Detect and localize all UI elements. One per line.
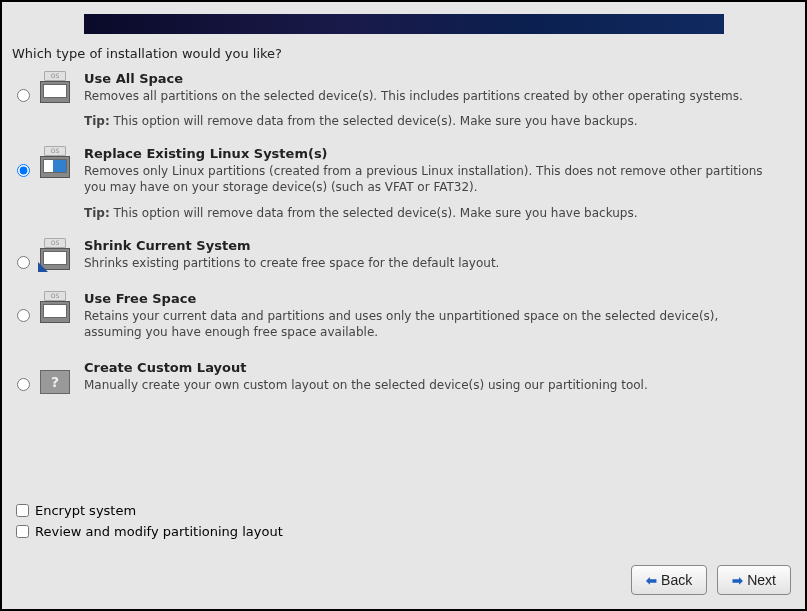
arrow-right-icon: ➡ xyxy=(732,573,743,588)
option-title: Shrink Current System xyxy=(84,238,771,253)
option-title: Replace Existing Linux System(s) xyxy=(84,146,771,161)
disk-icon: OS xyxy=(40,293,70,323)
radio-custom[interactable] xyxy=(17,378,30,391)
header-banner xyxy=(84,14,724,34)
option-replace-existing[interactable]: OS Replace Existing Linux System(s) Remo… xyxy=(16,146,791,219)
option-desc: Manually create your own custom layout o… xyxy=(84,377,771,393)
checkbox-group: Encrypt system Review and modify partiti… xyxy=(16,503,283,545)
back-label: Back xyxy=(661,572,692,588)
disk-shrink-icon: OS xyxy=(40,240,70,270)
radio-shrink[interactable] xyxy=(17,256,30,269)
radio-use-free[interactable] xyxy=(17,309,30,322)
disk-replace-icon: OS xyxy=(40,148,70,178)
review-label: Review and modify partitioning layout xyxy=(35,524,283,539)
option-title: Create Custom Layout xyxy=(84,360,771,375)
option-desc: Retains your current data and partitions… xyxy=(84,308,771,340)
next-label: Next xyxy=(747,572,776,588)
review-checkbox[interactable] xyxy=(16,525,29,538)
disk-icon: OS xyxy=(40,73,70,103)
option-tip: Tip: This option will remove data from t… xyxy=(84,114,771,128)
review-layout-row[interactable]: Review and modify partitioning layout xyxy=(16,524,283,539)
option-use-all-space[interactable]: OS Use All Space Removes all partitions … xyxy=(16,71,791,128)
option-desc: Removes only Linux partitions (created f… xyxy=(84,163,771,195)
options-group: OS Use All Space Removes all partitions … xyxy=(2,71,805,395)
next-button[interactable]: ➡ Next xyxy=(717,565,791,595)
option-title: Use Free Space xyxy=(84,291,771,306)
option-title: Use All Space xyxy=(84,71,771,86)
page-question: Which type of installation would you lik… xyxy=(2,42,805,71)
encrypt-system-row[interactable]: Encrypt system xyxy=(16,503,283,518)
encrypt-checkbox[interactable] xyxy=(16,504,29,517)
question-mark-icon: ? xyxy=(40,370,70,394)
option-desc: Removes all partitions on the selected d… xyxy=(84,88,771,104)
option-desc: Shrinks existing partitions to create fr… xyxy=(84,255,771,271)
encrypt-label: Encrypt system xyxy=(35,503,136,518)
arrow-left-icon: ⬅ xyxy=(646,573,657,588)
option-use-free[interactable]: OS Use Free Space Retains your current d… xyxy=(16,291,791,342)
option-shrink[interactable]: OS Shrink Current System Shrinks existin… xyxy=(16,238,791,273)
option-tip: Tip: This option will remove data from t… xyxy=(84,206,771,220)
radio-replace-existing[interactable] xyxy=(17,164,30,177)
back-button[interactable]: ⬅ Back xyxy=(631,565,707,595)
navigation-buttons: ⬅ Back ➡ Next xyxy=(631,565,791,595)
option-custom[interactable]: ? Create Custom Layout Manually create y… xyxy=(16,360,791,395)
radio-use-all-space[interactable] xyxy=(17,89,30,102)
